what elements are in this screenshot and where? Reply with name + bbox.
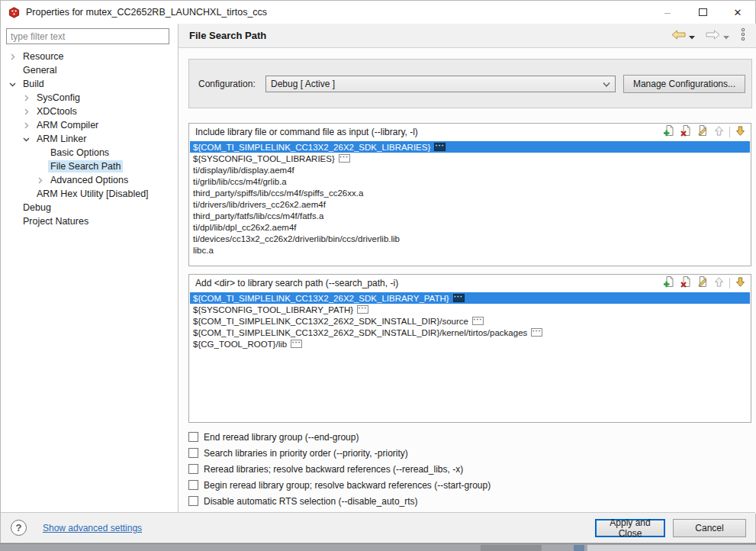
chevron-collapsed-icon[interactable]	[22, 94, 31, 102]
help-icon[interactable]: ?	[11, 520, 27, 536]
tree-item-arm-linker[interactable]: ARM Linker	[1, 132, 178, 146]
forward-arrow-icon[interactable]	[706, 29, 720, 43]
list-item[interactable]: ti/drivers/lib/drivers_cc26x2.aem4f	[190, 198, 750, 210]
close-button[interactable]: ✕	[720, 1, 755, 24]
chevron-expanded-icon[interactable]	[8, 80, 17, 89]
list-item[interactable]: ti/grlib/lib/ccs/m4f/grlib.a	[190, 176, 750, 187]
manage-configurations-button[interactable]: Manage Configurations...	[623, 75, 745, 93]
list-item[interactable]: third_party/fatfs/lib/ccs/m4f/fatfs.a	[190, 210, 750, 221]
page-title: File Search Path	[179, 30, 266, 41]
list-item-text: ${COM_TI_SIMPLELINK_CC13X2_26X2_SDK_INST…	[193, 328, 527, 337]
list-item-text: ti/display/lib/display.aem4f	[193, 166, 294, 175]
list-item[interactable]: ${CG_TOOL_ROOT}/lib···	[190, 338, 750, 350]
tree-item-general[interactable]: General	[1, 63, 178, 77]
checkbox-label: Search libraries in priority order (--pr…	[204, 448, 408, 459]
list-item[interactable]: ${COM_TI_SIMPLELINK_CC13X2_26X2_SDK_INST…	[190, 315, 750, 327]
back-dropdown-caret-icon[interactable]	[689, 29, 695, 43]
chevron-expanded-icon[interactable]	[22, 135, 31, 143]
checkbox[interactable]	[188, 480, 198, 490]
forward-dropdown-caret-icon[interactable]	[723, 29, 729, 43]
list-item[interactable]: third_party/spiffs/lib/ccs/m4f/spiffs_cc…	[190, 187, 750, 198]
list-item[interactable]: ${COM_TI_SIMPLELINK_CC13X2_26X2_SDK_LIBR…	[190, 141, 750, 153]
delete-file-icon[interactable]	[680, 124, 692, 140]
list-item-text: ${COM_TI_SIMPLELINK_CC13X2_26X2_SDK_LIBR…	[193, 294, 449, 303]
include-library-title: Include library file or command file as …	[195, 127, 418, 137]
list-item[interactable]: ti/devices/cc13x2_cc26x2/driverlib/bin/c…	[190, 233, 750, 244]
tree-item-label: General	[21, 64, 59, 76]
checkbox-label: Disable automatic RTS selection (--disab…	[204, 496, 418, 507]
checkbox[interactable]	[188, 448, 198, 458]
chevron-collapsed-icon[interactable]	[22, 121, 31, 130]
edit-file-icon[interactable]	[696, 276, 709, 291]
view-menu-icon[interactable]	[740, 27, 746, 44]
search-path-list: Add <dir> to library search path (--sear…	[188, 274, 751, 423]
back-arrow-icon[interactable]	[671, 29, 686, 43]
ellipsis-badge-icon[interactable]: ···	[453, 294, 465, 302]
chevron-placeholder	[8, 218, 17, 226]
move-down-icon[interactable]	[735, 125, 746, 140]
tree-item-sysconfig[interactable]: SysConfig	[1, 91, 178, 105]
show-advanced-settings-link[interactable]: Show advanced settings	[43, 523, 142, 533]
tree-item-label: Advanced Options	[48, 174, 130, 186]
tree-item-debug[interactable]: Debug	[1, 201, 178, 214]
tree-item-label: Resource	[21, 50, 66, 63]
filter-input[interactable]	[6, 28, 169, 44]
chevron-collapsed-icon[interactable]	[36, 176, 44, 185]
list-item[interactable]: libc.a	[190, 244, 750, 256]
add-file-icon[interactable]	[663, 124, 675, 140]
ccs-app-icon	[8, 7, 20, 18]
tree-item-arm-compiler[interactable]: ARM Compiler	[1, 118, 178, 132]
properties-tree: ResourceGeneralBuildSysConfigXDCtoolsARM…	[1, 50, 178, 228]
list-toolbar	[663, 124, 746, 140]
toolbar-separator	[729, 127, 730, 137]
chevron-placeholder	[8, 66, 17, 75]
search-path-rows[interactable]: ${COM_TI_SIMPLELINK_CC13X2_26X2_SDK_LIBR…	[190, 292, 750, 421]
configuration-value: Debug [ Active ]	[271, 79, 335, 89]
tree-item-resource[interactable]: Resource	[1, 50, 178, 63]
option-row-disable-automatic-rts-selectio: Disable automatic RTS selection (--disab…	[188, 493, 491, 509]
ellipsis-badge-icon[interactable]: ···	[531, 328, 542, 337]
chevron-placeholder	[36, 149, 44, 157]
add-file-icon[interactable]	[663, 276, 675, 291]
ellipsis-badge-icon[interactable]: ···	[291, 340, 302, 348]
option-row-reread-libraries-resolve-backw: Reread libraries; resolve backward refer…	[188, 461, 491, 477]
minimize-button[interactable]: –	[650, 1, 685, 24]
maximize-button[interactable]	[685, 1, 720, 24]
edit-file-icon[interactable]	[696, 124, 709, 140]
ellipsis-badge-icon[interactable]: ···	[339, 154, 350, 163]
tree-item-project-natures[interactable]: Project Natures	[1, 214, 178, 228]
configuration-select[interactable]: Debug [ Active ]	[265, 76, 616, 92]
checkbox-label: Begin reread library group; resolve back…	[204, 480, 491, 491]
list-item[interactable]: ${SYSCONFIG_TOOL_LIBRARIES}···	[190, 153, 750, 164]
list-item-text: ti/grlib/lib/ccs/m4f/grlib.a	[193, 177, 287, 186]
ellipsis-badge-icon[interactable]: ···	[434, 143, 446, 151]
tree-item-label: SysConfig	[34, 92, 82, 104]
tree-item-build[interactable]: Build	[1, 77, 178, 91]
cancel-button[interactable]: Cancel	[673, 519, 746, 537]
checkbox[interactable]	[188, 432, 198, 442]
chevron-collapsed-icon[interactable]	[8, 53, 17, 61]
ellipsis-badge-icon[interactable]: ···	[472, 317, 484, 325]
tree-item-file-search-path[interactable]: File Search Path	[1, 160, 178, 173]
move-down-icon[interactable]	[735, 276, 746, 291]
tree-item-xdctools[interactable]: XDCtools	[1, 105, 178, 118]
sidebar: ResourceGeneralBuildSysConfigXDCtoolsARM…	[1, 24, 179, 514]
panel-header: File Search Path	[179, 24, 756, 48]
delete-file-icon[interactable]	[680, 276, 692, 291]
tree-item-advanced-options[interactable]: Advanced Options	[1, 173, 178, 187]
checkbox[interactable]	[188, 496, 198, 506]
checkbox[interactable]	[188, 464, 198, 474]
include-library-rows[interactable]: ${COM_TI_SIMPLELINK_CC13X2_26X2_SDK_LIBR…	[190, 141, 750, 265]
ellipsis-badge-icon[interactable]: ···	[357, 305, 368, 314]
chevron-collapsed-icon[interactable]	[22, 108, 31, 116]
list-item[interactable]: ti/dpl/lib/dpl_cc26x2.aem4f	[190, 221, 750, 233]
settings-panel: File Search Path Configuration: Debug [ …	[179, 24, 756, 514]
list-item[interactable]: ${COM_TI_SIMPLELINK_CC13X2_26X2_SDK_INST…	[190, 327, 750, 338]
list-item[interactable]: ${COM_TI_SIMPLELINK_CC13X2_26X2_SDK_LIBR…	[190, 292, 750, 304]
move-up-icon	[713, 276, 725, 291]
list-item[interactable]: ${SYSCONFIG_TOOL_LIBRARY_PATH}···	[190, 304, 750, 315]
tree-item-basic-options[interactable]: Basic Options	[1, 146, 178, 160]
tree-item-arm-hex-utility-disabled[interactable]: ARM Hex Utility [Disabled]	[1, 187, 178, 201]
apply-and-close-button[interactable]: Apply and Close	[595, 519, 665, 537]
list-item[interactable]: ti/display/lib/display.aem4f	[190, 164, 750, 176]
